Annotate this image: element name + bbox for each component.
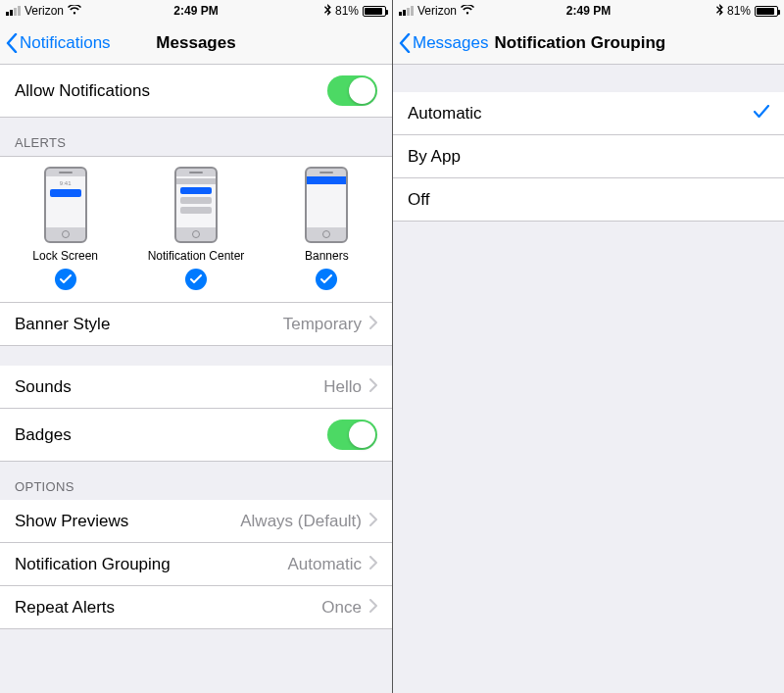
notification-grouping-row[interactable]: Notification Grouping Automatic: [0, 543, 392, 586]
banner-style-value: Temporary: [283, 315, 362, 334]
notification-grouping-label: Notification Grouping: [15, 555, 171, 574]
chevron-left-icon: [6, 33, 18, 53]
chevron-right-icon: [369, 315, 377, 334]
alert-tile-notification-center[interactable]: Notification Center: [137, 167, 255, 290]
show-previews-row[interactable]: Show Previews Always (Default): [0, 500, 392, 543]
notification-center-icon: [174, 167, 218, 243]
option-off[interactable]: Off: [393, 178, 784, 222]
option-automatic[interactable]: Automatic: [393, 92, 784, 135]
battery-icon: [755, 6, 778, 17]
chevron-left-icon: [399, 33, 411, 53]
back-label: Messages: [413, 33, 488, 53]
wifi-icon: [461, 4, 474, 18]
repeat-alerts-row[interactable]: Repeat Alerts Once: [0, 586, 392, 629]
screen-messages-settings: Verizon 2:49 PM 81% Notifications Messag…: [0, 0, 392, 693]
checkmark-icon: [185, 269, 207, 290]
alerts-panel: 9:41 Lock Screen Notification Center: [0, 156, 392, 303]
nav-bar: Notifications Messages: [0, 22, 392, 65]
back-label: Notifications: [20, 33, 111, 53]
banner-style-label: Banner Style: [15, 315, 110, 334]
status-bar: Verizon 2:49 PM 81%: [0, 0, 392, 22]
badges-label: Badges: [15, 425, 72, 445]
show-previews-value: Always (Default): [240, 512, 362, 531]
wifi-icon: [68, 4, 81, 18]
battery-icon: [363, 6, 386, 17]
option-by-app[interactable]: By App: [393, 135, 784, 178]
allow-notifications-label: Allow Notifications: [15, 81, 150, 101]
alert-tile-label: Banners: [305, 249, 349, 263]
option-label: Off: [408, 190, 429, 210]
chevron-right-icon: [369, 555, 377, 574]
status-bar: Verizon 2:49 PM 81%: [393, 0, 784, 22]
repeat-alerts-label: Repeat Alerts: [15, 598, 115, 618]
screen-notification-grouping: Verizon 2:49 PM 81% Messages Notificatio…: [392, 0, 784, 693]
banners-icon: [305, 167, 348, 243]
alert-tile-lock-screen[interactable]: 9:41 Lock Screen: [7, 167, 124, 290]
checkmark-icon: [55, 269, 76, 290]
signal-icon: [6, 6, 21, 16]
nav-bar: Messages Notification Grouping: [393, 22, 784, 65]
allow-notifications-toggle[interactable]: [327, 75, 377, 106]
carrier-label: Verizon: [417, 4, 457, 18]
lock-screen-icon: 9:41: [44, 167, 87, 243]
repeat-alerts-value: Once: [321, 598, 362, 618]
chevron-right-icon: [369, 377, 377, 397]
allow-notifications-row: Allow Notifications: [0, 65, 392, 118]
notification-grouping-value: Automatic: [287, 555, 362, 574]
alert-tile-label: Notification Center: [148, 249, 245, 263]
chevron-right-icon: [369, 598, 377, 618]
sounds-value: Hello: [323, 377, 362, 397]
checkmark-icon: [754, 104, 769, 124]
chevron-right-icon: [369, 512, 377, 531]
sounds-label: Sounds: [15, 377, 72, 397]
badges-row: Badges: [0, 409, 392, 462]
back-button[interactable]: Messages: [393, 33, 488, 53]
alerts-header: ALERTS: [0, 118, 392, 156]
badges-toggle[interactable]: [327, 420, 377, 450]
sounds-row[interactable]: Sounds Hello: [0, 366, 392, 409]
checkmark-icon: [316, 269, 337, 290]
clock-label: 2:49 PM: [566, 4, 611, 18]
option-label: Automatic: [408, 104, 482, 124]
bluetooth-icon: [324, 4, 331, 19]
alert-tile-banners[interactable]: Banners: [268, 167, 385, 290]
nav-title: Notification Grouping: [494, 33, 665, 53]
option-label: By App: [408, 147, 461, 167]
show-previews-label: Show Previews: [15, 512, 128, 531]
clock-label: 2:49 PM: [173, 4, 218, 18]
options-header: OPTIONS: [0, 462, 392, 500]
alert-tile-label: Lock Screen: [32, 249, 98, 263]
battery-pct-label: 81%: [335, 4, 359, 18]
carrier-label: Verizon: [24, 4, 64, 18]
signal-icon: [399, 6, 414, 16]
bluetooth-icon: [716, 4, 723, 19]
battery-pct-label: 81%: [727, 4, 751, 18]
back-button[interactable]: Notifications: [0, 33, 111, 53]
banner-style-row[interactable]: Banner Style Temporary: [0, 303, 392, 346]
